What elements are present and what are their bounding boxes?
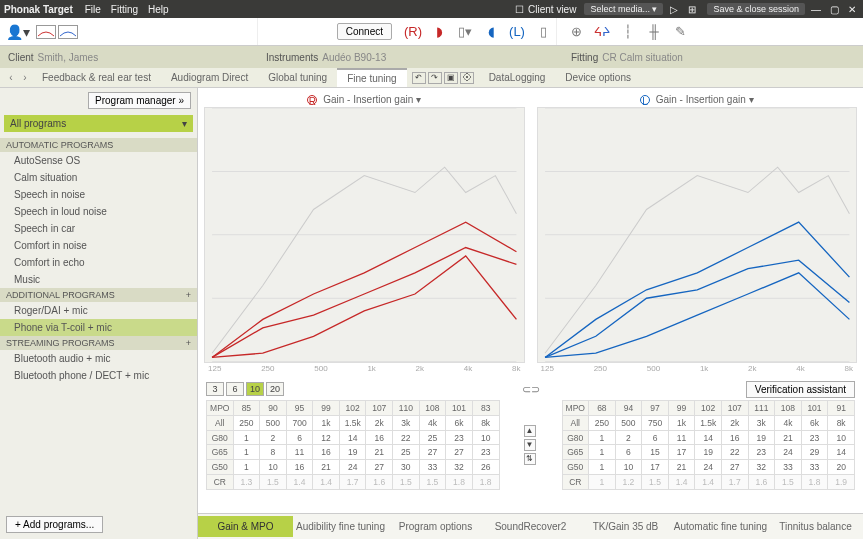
target-icon[interactable]: ⊕	[566, 22, 586, 42]
all-programs-row[interactable]: All programs ▾	[4, 115, 193, 132]
program-item[interactable]: Music	[0, 271, 197, 288]
gain-table-left-ear[interactable]: MPO6894979910210711110810191All250500750…	[562, 400, 856, 490]
tab-global-tuning[interactable]: Global tuning	[258, 68, 337, 87]
band-count-button[interactable]: 3	[206, 382, 224, 396]
minimize-icon[interactable]: —	[809, 4, 823, 15]
menu-fitting[interactable]: Fitting	[111, 4, 138, 15]
titlebar: Phonak Target File Fitting Help ☐ Client…	[0, 0, 863, 18]
band-selector: 361020 ⊂⊃ Verification assistant	[198, 378, 863, 400]
link-icon[interactable]: ⊂⊃	[522, 383, 540, 396]
gain-table-right-ear[interactable]: MPO8590959910210711010810183All250500700…	[206, 400, 500, 490]
subtab-audibility-fine-tuning[interactable]: Audibility fine tuning	[293, 516, 388, 537]
media-player-icon[interactable]: ⊞	[685, 4, 699, 15]
program-item[interactable]: Roger/DAI + mic	[0, 302, 197, 319]
all-programs-label: All programs	[10, 118, 66, 129]
fine-tuning-subtabs: Gain & MPOAudibility fine tuningProgram …	[198, 513, 863, 539]
close-icon[interactable]: ✕	[845, 4, 859, 15]
gain-chart-left-ear	[537, 107, 858, 363]
tab-datalogging[interactable]: DataLogging	[479, 68, 556, 87]
left-device-icon[interactable]: ◖	[481, 22, 501, 42]
program-item[interactable]: Calm situation	[0, 169, 197, 186]
program-item[interactable]: Comfort in echo	[0, 254, 197, 271]
curve-view-icon-2[interactable]	[58, 25, 78, 39]
curve-view-icon-1[interactable]	[36, 25, 56, 39]
client-icon[interactable]: 👤▾	[6, 24, 30, 40]
program-item[interactable]: Comfort in noise	[0, 237, 197, 254]
tuning-fork-icon[interactable]: ┆	[618, 22, 638, 42]
chart-left-title[interactable]: R Gain - Insertion gain ▾	[204, 92, 525, 107]
program-item[interactable]: Bluetooth audio + mic	[0, 350, 197, 367]
menu-file[interactable]: File	[85, 4, 101, 15]
coupling-icon[interactable]: ᔦᔨ	[592, 22, 612, 42]
tab-tool-icon[interactable]: ↷	[428, 72, 442, 84]
toolbar: 👤▾ Connect (R) ◗ ▯▾ ◖ (L) ▯ ⊕ ᔦᔨ ┆ ╫ ✎	[0, 18, 863, 46]
subtab-soundrecover-[interactable]: SoundRecover2	[483, 516, 578, 537]
right-hi-icon[interactable]: (R)	[403, 22, 423, 42]
all-programs-dropdown-icon[interactable]: ▾	[182, 118, 187, 129]
client-view-toggle[interactable]: Client view	[528, 4, 576, 15]
band-count-button[interactable]: 6	[226, 382, 244, 396]
programs-sidebar: Program manager » All programs ▾ AUTOMAT…	[0, 88, 198, 539]
tab-tool-icon[interactable]: ↶	[412, 72, 426, 84]
accessory-icon[interactable]: ▯▾	[455, 22, 475, 42]
subtab-tinnitus-balance[interactable]: Tinnitus balance	[768, 516, 863, 537]
select-media-dropdown[interactable]: Select media... ▾	[584, 3, 663, 15]
client-label: Client	[8, 52, 34, 63]
add-program-icon[interactable]: +	[186, 290, 191, 300]
add-programs-button[interactable]: + Add programs...	[6, 516, 103, 533]
subtab-gain-mpo[interactable]: Gain & MPO	[198, 516, 293, 537]
save-close-button[interactable]: Save & close session	[707, 3, 805, 15]
right-device-icon[interactable]: ◗	[429, 22, 449, 42]
tab-feedback-real-ear-test[interactable]: Feedback & real ear test	[32, 68, 161, 87]
verification-assistant-button[interactable]: Verification assistant	[746, 381, 855, 398]
maximize-icon[interactable]: ▢	[827, 4, 841, 15]
tab-device-options[interactable]: Device options	[555, 68, 641, 87]
tab-audiogram-direct[interactable]: Audiogram Direct	[161, 68, 258, 87]
instruments-value: Audéo B90-13	[322, 52, 386, 63]
connect-button[interactable]: Connect	[337, 23, 392, 40]
wrench-icon[interactable]: ✎	[670, 22, 690, 42]
subtab-tk-gain-db[interactable]: TK/Gain 35 dB	[578, 516, 673, 537]
subtab-program-options[interactable]: Program options	[388, 516, 483, 537]
gain-up-button[interactable]: ▲	[524, 425, 536, 437]
gain-down-button[interactable]: ▼	[524, 439, 536, 451]
fitting-tabs: ‹ › Feedback & real ear testAudiogram Di…	[0, 68, 863, 88]
program-item[interactable]: Speech in car	[0, 220, 197, 237]
program-group-header: STREAMING PROGRAMS+	[0, 336, 197, 350]
sliders-icon[interactable]: ╫	[644, 22, 664, 42]
gain-link-button[interactable]: ⇅	[524, 453, 536, 465]
tab-fine-tuning[interactable]: Fine tuning	[337, 68, 406, 87]
tab-next[interactable]: ›	[18, 72, 32, 83]
band-count-button[interactable]: 20	[266, 382, 284, 396]
program-group-header: AUTOMATIC PROGRAMS	[0, 138, 197, 152]
program-group-header: ADDITIONAL PROGRAMS+	[0, 288, 197, 302]
tab-prev[interactable]: ‹	[4, 72, 18, 83]
gain-chart-right-ear	[204, 107, 525, 363]
program-item[interactable]: AutoSense OS	[0, 152, 197, 169]
subtab-automatic-fine-tuning[interactable]: Automatic fine tuning	[673, 516, 768, 537]
program-item[interactable]: Speech in noise	[0, 186, 197, 203]
client-name: Smith, James	[38, 52, 99, 63]
app-brand: Phonak Target	[4, 4, 73, 15]
program-item[interactable]: Bluetooth phone / DECT + mic	[0, 367, 197, 384]
tab-tool-icon[interactable]: 🖸	[460, 72, 474, 84]
left-hi-icon[interactable]: (L)	[507, 22, 527, 42]
tab-tool-icon[interactable]: ▣	[444, 72, 458, 84]
remote-icon[interactable]: ▯	[533, 22, 553, 42]
program-manager-button[interactable]: Program manager »	[88, 92, 191, 109]
sub-header: Client Smith, James Instruments Audéo B9…	[0, 46, 863, 68]
program-item[interactable]: Speech in loud noise	[0, 203, 197, 220]
fitting-value: CR Calm situation	[602, 52, 683, 63]
instruments-label: Instruments	[266, 52, 318, 63]
chart-right-title[interactable]: L Gain - Insertion gain ▾	[537, 92, 858, 107]
add-program-icon[interactable]: +	[186, 338, 191, 348]
band-count-button[interactable]: 10	[246, 382, 264, 396]
program-item[interactable]: Phone via T-coil + mic	[0, 319, 197, 336]
fitting-label: Fitting	[571, 52, 598, 63]
play-icon[interactable]: ▷	[667, 4, 681, 15]
menu-help[interactable]: Help	[148, 4, 169, 15]
